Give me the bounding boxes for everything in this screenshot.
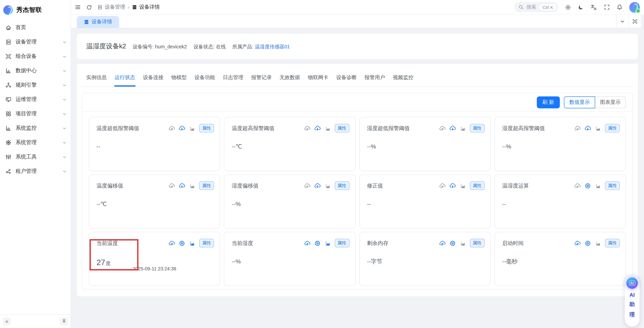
property-badge[interactable]: 属性 — [605, 181, 620, 190]
sidebar-item-data-center[interactable]: 数据中心 — [0, 63, 70, 78]
tab-iot-card[interactable]: 物联网卡 — [308, 74, 328, 87]
property-badge[interactable]: 属性 — [605, 124, 620, 133]
refresh-button[interactable]: 刷 新 — [537, 96, 560, 108]
chart-icon[interactable] — [595, 125, 601, 132]
chart-display-button[interactable]: 图表显示 — [595, 96, 626, 108]
numeric-display-button[interactable]: 数值显示 — [564, 96, 595, 108]
cloud-sync-icon[interactable] — [304, 125, 310, 132]
hamburger-menu-icon[interactable] — [75, 4, 81, 10]
pin-sidebar-button[interactable] — [60, 317, 68, 325]
cloud-download-icon[interactable] — [449, 182, 456, 189]
global-search[interactable]: 搜索 Ctrl K — [514, 2, 558, 12]
product-link[interactable]: 温湿度传感器01 — [255, 44, 290, 49]
property-badge[interactable]: 属性 — [470, 239, 484, 247]
chart-icon[interactable] — [189, 125, 196, 132]
sidebar-item-device-mgmt[interactable]: 设备管理 — [0, 35, 70, 49]
sidebar-item-system-monitor[interactable]: 系统监控 — [0, 121, 70, 135]
cloud-download-icon[interactable] — [584, 125, 591, 132]
sidebar-item-ops-mgmt[interactable]: 运维管理 — [0, 92, 70, 107]
tab-alarm-records[interactable]: 报警记录 — [251, 74, 272, 87]
sidebar-item-home[interactable]: 首页 — [0, 20, 70, 35]
cloud-sync-icon[interactable] — [439, 182, 446, 189]
tab-device-connection[interactable]: 设备连接 — [143, 74, 163, 87]
pin-icon — [62, 319, 66, 324]
tab-device-diagnosis[interactable]: 设备诊断 — [336, 74, 356, 87]
cloud-sync-icon[interactable] — [168, 125, 175, 132]
sidebar-item-system-tools[interactable]: 系统工具 — [0, 150, 70, 164]
maximize-content-button[interactable] — [628, 15, 641, 28]
eye-icon[interactable] — [449, 240, 456, 246]
cloud-sync-icon[interactable] — [574, 182, 581, 189]
tab-list-dropdown-button[interactable] — [616, 15, 628, 28]
property-badge[interactable]: 属性 — [334, 239, 349, 247]
cloud-download-icon[interactable] — [314, 182, 320, 189]
tab-log-mgmt[interactable]: 日志管理 — [223, 74, 243, 87]
tab-running-state[interactable]: 运行状态 — [114, 74, 135, 87]
card-value: --% — [502, 143, 620, 150]
cloud-sync-icon[interactable] — [439, 240, 446, 246]
settings-icon[interactable] — [565, 4, 572, 10]
property-badge[interactable]: 属性 — [470, 181, 484, 190]
sidebar-item-project-mgmt[interactable]: 项目管理 — [0, 107, 70, 121]
tab-alarm-users[interactable]: 报警用户 — [364, 74, 385, 87]
cloud-download-icon[interactable] — [179, 125, 185, 132]
content-area: 温湿度设备k2 设备编号: hum_devicek2 设备状态: 在线 所属产品… — [70, 28, 644, 328]
chevron-down-icon — [62, 140, 66, 145]
collapse-sidebar-button[interactable]: « — [3, 317, 11, 325]
cloud-download-icon[interactable] — [179, 182, 185, 189]
cloud-sync-icon[interactable] — [304, 240, 310, 246]
chart-icon[interactable] — [460, 125, 466, 132]
eye-icon[interactable] — [314, 240, 320, 246]
moon-icon[interactable] — [578, 4, 584, 10]
chart-icon[interactable] — [189, 182, 196, 189]
chart-icon[interactable] — [595, 240, 601, 246]
bell-icon[interactable] — [616, 4, 622, 10]
eye-icon[interactable] — [584, 182, 591, 189]
tab-thing-model[interactable]: 物模型 — [171, 74, 187, 87]
cloud-sync-icon[interactable] — [574, 240, 581, 246]
chart-icon[interactable] — [324, 125, 331, 132]
user-avatar[interactable] — [629, 2, 640, 12]
property-badge[interactable]: 属性 — [200, 239, 214, 247]
tab-device-function[interactable]: 设备功能 — [194, 74, 215, 87]
ai-assistant-widget[interactable]: AI AI助理 — [625, 275, 640, 327]
brand-logo-icon — [3, 5, 13, 15]
property-badge[interactable]: 属性 — [334, 181, 349, 190]
tab-video-monitor[interactable]: 视频监控 — [393, 74, 413, 87]
tab-instance-info[interactable]: 实例信息 — [86, 74, 107, 87]
chart-icon[interactable] — [595, 182, 601, 189]
breadcrumb-device-mgmt[interactable]: 设备管理 — [97, 4, 125, 11]
chart-icon[interactable] — [189, 240, 196, 246]
cloud-download-icon[interactable] — [449, 125, 456, 132]
card-title: 湿度偏移值 — [232, 182, 304, 189]
cloud-sync-icon[interactable] — [304, 182, 310, 189]
breadcrumb-device-detail[interactable]: 设备详情 — [132, 4, 160, 11]
property-badge[interactable]: 属性 — [470, 124, 484, 133]
fullscreen-icon[interactable] — [604, 4, 610, 10]
cloud-sync-icon[interactable] — [574, 125, 581, 132]
page-tab-device-detail[interactable]: 设备详情 — [77, 16, 119, 28]
property-badge[interactable]: 属性 — [200, 124, 214, 133]
cloud-sync-icon[interactable] — [168, 182, 175, 189]
cloud-sync-icon[interactable] — [439, 125, 446, 132]
metric-card: 温度超高报警阈值 属性 --℃ — [224, 117, 356, 171]
eye-icon[interactable] — [584, 240, 591, 246]
page-tab-label: 设备详情 — [92, 18, 112, 25]
eye-icon[interactable] — [179, 240, 185, 246]
tab-invalid-data[interactable]: 无效数据 — [280, 74, 300, 87]
sidebar-item-combo-device[interactable]: 组合设备 — [0, 49, 70, 63]
chart-icon[interactable] — [460, 240, 466, 246]
property-badge[interactable]: 属性 — [200, 181, 214, 190]
chart-icon[interactable] — [324, 182, 331, 189]
chart-icon[interactable] — [324, 240, 331, 246]
chart-icon[interactable] — [460, 182, 466, 189]
sidebar-item-system-mgmt[interactable]: 系统管理 — [0, 135, 70, 150]
sidebar-item-rule-engine[interactable]: 规则引擎 — [0, 78, 70, 92]
refresh-icon[interactable] — [86, 4, 92, 10]
sidebar-item-tenant-mgmt[interactable]: 租户管理 — [0, 164, 70, 179]
cloud-download-icon[interactable] — [314, 125, 320, 132]
cloud-sync-icon[interactable] — [168, 240, 175, 246]
property-badge[interactable]: 属性 — [605, 239, 620, 247]
translate-icon[interactable]: 文A — [591, 4, 597, 10]
property-badge[interactable]: 属性 — [334, 124, 349, 133]
